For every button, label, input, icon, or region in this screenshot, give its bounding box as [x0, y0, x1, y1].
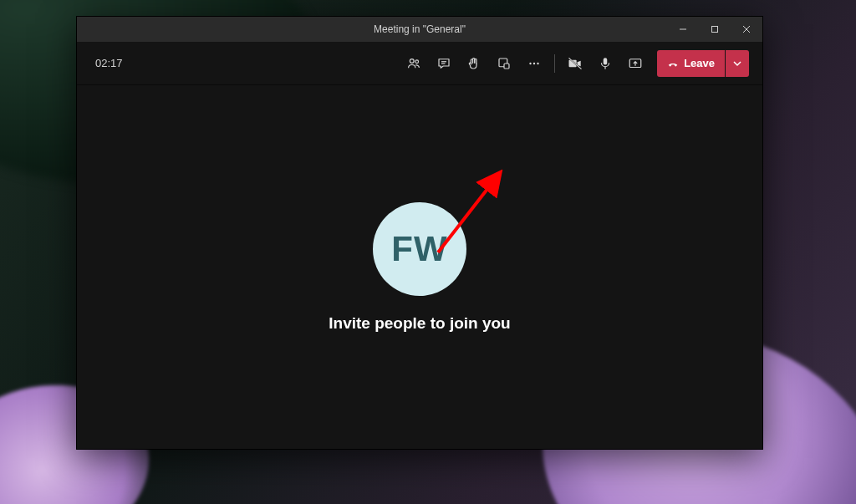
meeting-window: Meeting in "General" 02:17	[76, 16, 763, 450]
close-button[interactable]	[731, 17, 762, 42]
meeting-timer: 02:17	[95, 57, 123, 69]
maximize-button[interactable]	[699, 17, 731, 42]
hangup-icon	[667, 58, 679, 69]
share-icon	[628, 56, 643, 71]
participant-avatar: FW	[373, 202, 466, 296]
more-actions-button[interactable]	[520, 49, 548, 78]
svg-point-10	[529, 62, 531, 64]
leave-button[interactable]: Leave	[657, 50, 725, 77]
invite-prompt: Invite people to join you	[329, 314, 510, 333]
svg-point-5	[415, 59, 419, 63]
camera-off-icon	[567, 55, 583, 72]
participants-button[interactable]	[400, 49, 428, 78]
svg-rect-15	[604, 58, 608, 64]
window-controls	[667, 17, 762, 42]
svg-point-11	[533, 62, 535, 64]
toolbar-divider	[554, 54, 555, 73]
minimize-button[interactable]	[667, 17, 699, 42]
mic-toggle-button[interactable]	[591, 49, 619, 78]
camera-toggle-button[interactable]	[561, 49, 589, 78]
window-title: Meeting in "General"	[374, 23, 466, 35]
chat-icon	[436, 56, 451, 71]
chat-button[interactable]	[430, 49, 458, 78]
svg-rect-1	[712, 27, 718, 33]
avatar-initials: FW	[391, 229, 447, 269]
leave-label: Leave	[684, 57, 715, 69]
leave-options-button[interactable]	[726, 50, 749, 77]
titlebar[interactable]: Meeting in "General"	[77, 17, 762, 42]
raise-hand-button[interactable]	[460, 49, 488, 78]
svg-point-12	[537, 62, 538, 64]
share-screen-button[interactable]	[621, 49, 650, 78]
svg-point-4	[410, 59, 414, 63]
rooms-icon	[497, 56, 512, 71]
chevron-down-icon	[733, 59, 741, 68]
more-icon	[527, 56, 542, 71]
people-icon	[406, 56, 421, 71]
meeting-toolbar: 02:17	[77, 42, 762, 85]
meeting-content: FW Invite people to join you	[77, 85, 762, 449]
mic-icon	[598, 56, 613, 71]
svg-rect-9	[504, 64, 509, 69]
breakout-rooms-button[interactable]	[490, 49, 518, 78]
leave-button-group: Leave	[657, 50, 749, 77]
hand-icon	[466, 56, 482, 71]
